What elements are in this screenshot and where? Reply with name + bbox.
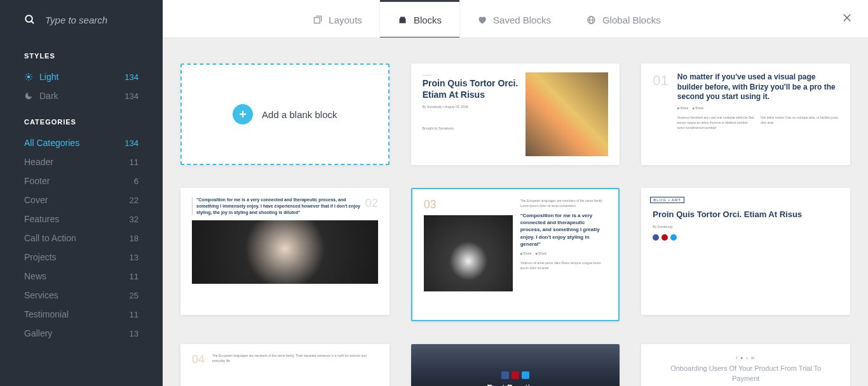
block-image	[192, 220, 378, 284]
sidebar-category[interactable]: Testimonial11	[0, 305, 163, 324]
category-count: 13	[130, 253, 139, 262]
social-icons: f ♥ t ✉	[736, 356, 756, 360]
block-title: No matter if you've used a visual page b…	[677, 72, 839, 102]
search-input[interactable]	[45, 15, 150, 25]
block-image	[526, 72, 608, 156]
sidebar-category[interactable]: Cover22	[0, 190, 163, 210]
sidebar-category[interactable]: News11	[0, 267, 163, 286]
tab-layouts[interactable]: Layouts	[295, 0, 380, 37]
tab-saved-blocks[interactable]: Saved Blocks	[459, 0, 569, 37]
block-title: Onboarding Users Of Your Product From Tr…	[641, 364, 850, 383]
block-title: Proin Quis Tortor Orci. Etiam At Risus	[653, 210, 839, 220]
style-light[interactable]: Light 134	[0, 67, 163, 86]
style-count: 134	[125, 72, 139, 82]
sidebar-category[interactable]: All Categories134	[0, 133, 163, 152]
sidebar-category[interactable]: Features32	[0, 210, 163, 229]
main: Layouts Blocks Saved Blocks Global Block…	[163, 0, 868, 386]
tab-label: Global Blocks	[602, 15, 661, 25]
sun-icon	[24, 72, 33, 81]
category-label: Gallery	[24, 328, 52, 338]
block-card[interactable]: "Composition for me is a very connected …	[180, 188, 390, 315]
svg-line-8	[31, 79, 31, 79]
tab-blocks[interactable]: Blocks	[380, 0, 459, 37]
moon-icon	[24, 91, 33, 100]
tab-label: Blocks	[414, 15, 442, 25]
search-row	[0, 0, 163, 39]
heart-icon	[477, 15, 487, 25]
search-icon	[24, 14, 36, 25]
block-label: BLOG • ART	[650, 197, 684, 203]
block-card-selected[interactable]: 03 The European languages are members of…	[411, 188, 620, 321]
category-label: Footer	[24, 176, 50, 186]
block-image	[424, 215, 513, 291]
tab-global-blocks[interactable]: Global Blocks	[569, 0, 679, 37]
blocks-icon	[398, 15, 407, 25]
sidebar-category[interactable]: Call to Action18	[0, 229, 163, 248]
block-meta: By Somebody • August 03, 2018	[423, 104, 519, 109]
style-count: 134	[125, 91, 139, 101]
svg-line-9	[26, 79, 27, 79]
social-icons	[653, 234, 839, 241]
block-title: Proin Quis Tortor Orci. Etiam At Risus	[423, 77, 519, 100]
sidebar-category[interactable]: Footer6	[0, 171, 163, 190]
block-card[interactable]: 04 The European languages are members of…	[180, 344, 390, 386]
category-count: 6	[134, 176, 139, 186]
category-label: Cover	[24, 195, 48, 205]
blocks-grid-wrap[interactable]: + Add a blank block ──── Proin Quis Tort…	[163, 38, 868, 386]
style-label: Dark	[39, 91, 58, 101]
style-label: Light	[39, 72, 58, 82]
block-number: 02	[365, 197, 378, 210]
category-count: 13	[130, 329, 139, 338]
category-count: 134	[125, 138, 139, 148]
block-quote: "Composition for me is a very connected …	[192, 197, 365, 215]
tab-label: Layouts	[329, 15, 362, 25]
block-number: 04	[192, 353, 205, 366]
block-card[interactable]: Best Practices	[411, 344, 620, 386]
svg-line-1	[31, 21, 34, 23]
block-number: 03	[424, 198, 513, 211]
category-label: Projects	[24, 252, 57, 262]
layouts-icon	[313, 15, 322, 25]
svg-line-10	[31, 74, 31, 75]
category-count: 11	[130, 272, 139, 281]
category-label: All Categories	[24, 138, 79, 148]
category-count: 32	[130, 215, 139, 224]
category-label: Header	[24, 157, 53, 167]
category-count: 11	[130, 310, 139, 319]
svg-point-0	[25, 15, 32, 22]
categories-heading: CATEGORIES	[0, 105, 163, 133]
category-label: Services	[24, 290, 58, 300]
svg-line-7	[26, 74, 27, 75]
category-label: Call to Action	[24, 233, 76, 243]
sidebar-category[interactable]: Projects13	[0, 248, 163, 267]
add-blank-block[interactable]: + Add a blank block	[180, 63, 390, 165]
category-count: 22	[130, 196, 139, 205]
social-icons	[501, 371, 529, 379]
category-count: 18	[130, 234, 139, 243]
plus-icon: +	[233, 104, 253, 124]
block-title: Best Practices	[487, 383, 544, 386]
style-dark[interactable]: Dark 134	[0, 86, 163, 105]
block-card[interactable]: 01 No matter if you've used a visual pag…	[641, 63, 850, 165]
category-label: News	[24, 271, 46, 281]
tab-label: Saved Blocks	[493, 15, 551, 25]
close-button[interactable]	[841, 12, 853, 26]
block-card[interactable]: BLOG • ART Proin Quis Tortor Orci. Etiam…	[641, 188, 850, 315]
block-card[interactable]: f ♥ t ✉ Onboarding Users Of Your Product…	[641, 344, 850, 386]
block-card[interactable]: ──── Proin Quis Tortor Orci. Etiam At Ri…	[411, 63, 620, 165]
category-label: Features	[24, 214, 59, 224]
category-count: 25	[130, 291, 139, 300]
sidebar-category[interactable]: Services25	[0, 286, 163, 305]
block-quote: "Composition for me is a very connected …	[520, 212, 607, 248]
sidebar-category[interactable]: Gallery13	[0, 324, 163, 343]
block-number: 01	[653, 72, 668, 156]
sidebar-category[interactable]: Header11	[0, 152, 163, 171]
category-count: 11	[130, 157, 139, 167]
block-footer: Brought by Somebody	[423, 126, 519, 131]
tabs: Layouts Blocks Saved Blocks Global Block…	[163, 0, 868, 38]
category-label: Testimonial	[24, 309, 69, 319]
styles-heading: STYLES	[0, 39, 163, 67]
svg-rect-11	[315, 17, 320, 23]
svg-point-2	[27, 76, 31, 79]
sidebar: STYLES Light 134 Dark 134 CATEGORIES All…	[0, 0, 163, 386]
